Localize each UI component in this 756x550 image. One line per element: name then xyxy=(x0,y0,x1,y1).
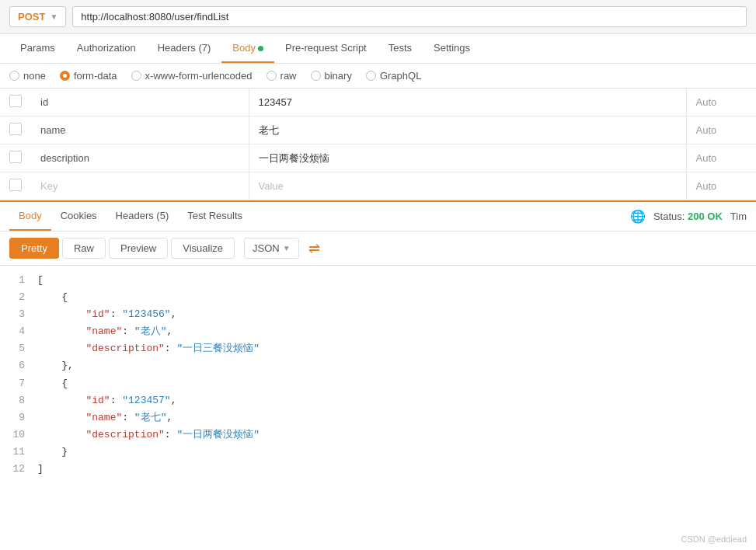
radio-raw[interactable]: raw xyxy=(267,70,297,82)
radio-form-data-label: form-data xyxy=(74,70,117,82)
form-value-name[interactable]: 老七 xyxy=(249,117,686,144)
form-row-id: id 123457 Auto xyxy=(0,89,756,117)
checkbox-placeholder[interactable] xyxy=(9,179,22,191)
chevron-down-icon: ▼ xyxy=(283,244,291,252)
json-line-10: 10 "description": "一日两餐没烦恼" xyxy=(0,426,756,444)
json-line-7: 7 { xyxy=(0,375,756,392)
method-dropdown[interactable]: POST ▼ xyxy=(9,6,66,27)
tab-body[interactable]: Body xyxy=(221,34,274,63)
radio-graphql[interactable]: GraphQL xyxy=(366,70,421,82)
radio-urlencoded[interactable]: x-www-form-urlencoded xyxy=(131,70,253,82)
sub-tab-visualize[interactable]: Visualize xyxy=(171,238,235,259)
chevron-down-icon: ▼ xyxy=(50,12,57,21)
radio-form-data-circle xyxy=(60,71,70,81)
response-tab-cookies[interactable]: Cookies xyxy=(51,202,106,231)
form-type-name: Auto xyxy=(686,117,756,144)
radio-graphql-label: GraphQL xyxy=(380,70,421,82)
form-key-description: description xyxy=(31,144,249,172)
tab-params[interactable]: Params xyxy=(9,34,66,63)
response-tab-nav: Body Cookies Headers (5) Test Results 🌐 … xyxy=(0,202,756,231)
url-bar: POST ▼ xyxy=(0,0,756,34)
body-active-dot xyxy=(258,46,263,51)
form-type-placeholder: Auto xyxy=(686,172,756,200)
status-ok: 200 OK xyxy=(688,211,723,222)
form-value-id[interactable]: 123457 xyxy=(249,89,686,117)
json-line-4: 4 "name": "老八", xyxy=(0,323,756,340)
json-line-6: 6 }, xyxy=(0,357,756,374)
radio-binary-label: binary xyxy=(325,70,352,82)
json-line-11: 11 } xyxy=(0,444,756,461)
radio-binary[interactable]: binary xyxy=(311,70,352,82)
checkbox-name[interactable] xyxy=(9,123,22,135)
tab-settings[interactable]: Settings xyxy=(423,34,481,63)
checkbox-id[interactable] xyxy=(9,95,22,107)
response-time: Tim xyxy=(730,211,747,222)
json-line-1: 1 [ xyxy=(0,272,756,289)
json-format-dropdown[interactable]: JSON ▼ xyxy=(244,238,299,259)
response-section: Body Cookies Headers (5) Test Results 🌐 … xyxy=(0,200,756,484)
radio-graphql-circle xyxy=(366,71,376,81)
sub-tab-preview[interactable]: Preview xyxy=(109,238,168,259)
form-value-description[interactable]: 一日两餐没烦恼 xyxy=(249,144,686,172)
radio-binary-circle xyxy=(311,71,321,81)
radio-form-data[interactable]: form-data xyxy=(60,70,117,82)
form-row-description: description 一日两餐没烦恼 Auto xyxy=(0,144,756,172)
tab-authorization[interactable]: Authorization xyxy=(66,34,147,63)
main-tab-nav: Params Authorization Headers (7) Body Pr… xyxy=(0,34,756,64)
response-tab-body[interactable]: Body xyxy=(9,202,51,231)
form-row-name: name 老七 Auto xyxy=(0,117,756,144)
tab-prerequest[interactable]: Pre-request Script xyxy=(274,34,378,63)
radio-none[interactable]: none xyxy=(9,70,46,82)
radio-none-label: none xyxy=(23,70,46,82)
form-type-description: Auto xyxy=(686,144,756,172)
tab-tests[interactable]: Tests xyxy=(378,34,423,63)
json-line-5: 5 "description": "一日三餐没烦恼" xyxy=(0,340,756,357)
response-status-label: Status: 200 OK xyxy=(653,211,723,222)
json-line-12: 12 ] xyxy=(0,461,756,478)
body-type-row: none form-data x-www-form-urlencoded raw… xyxy=(0,64,756,89)
json-line-9: 9 "name": "老七", xyxy=(0,409,756,426)
form-type-id: Auto xyxy=(686,89,756,117)
radio-urlencoded-circle xyxy=(131,71,141,81)
form-key-placeholder: Key xyxy=(31,172,249,200)
radio-urlencoded-label: x-www-form-urlencoded xyxy=(145,70,253,82)
form-value-placeholder[interactable]: Value xyxy=(249,172,686,200)
tab-headers[interactable]: Headers (7) xyxy=(147,34,222,63)
form-row-placeholder: Key Value Auto xyxy=(0,172,756,200)
sub-tab-pretty[interactable]: Pretty xyxy=(9,238,59,259)
response-sub-tabs: Pretty Raw Preview Visualize JSON ▼ ⇌ xyxy=(0,231,756,266)
response-tab-tests[interactable]: Test Results xyxy=(178,202,252,231)
response-status-area: 🌐 Status: 200 OK Tim xyxy=(630,209,747,224)
radio-raw-label: raw xyxy=(280,70,297,82)
response-tab-headers[interactable]: Headers (5) xyxy=(106,202,179,231)
json-line-3: 3 "id": "123456", xyxy=(0,306,756,323)
radio-none-circle xyxy=(9,71,19,81)
wrap-icon[interactable]: ⇌ xyxy=(308,240,320,257)
form-key-id: id xyxy=(31,89,249,117)
json-viewer: 1 [ 2 { 3 "id": "123456", 4 "name": "老八"… xyxy=(0,266,756,484)
form-data-table: id 123457 Auto name 老七 Auto description … xyxy=(0,89,756,200)
checkbox-description[interactable] xyxy=(9,151,22,163)
form-key-name: name xyxy=(31,117,249,144)
json-line-8: 8 "id": "123457", xyxy=(0,392,756,409)
json-line-2: 2 { xyxy=(0,289,756,306)
radio-raw-circle xyxy=(267,71,277,81)
sub-tab-raw[interactable]: Raw xyxy=(62,238,106,259)
method-label: POST xyxy=(18,11,45,23)
globe-icon: 🌐 xyxy=(630,209,646,224)
url-input[interactable] xyxy=(72,6,747,27)
